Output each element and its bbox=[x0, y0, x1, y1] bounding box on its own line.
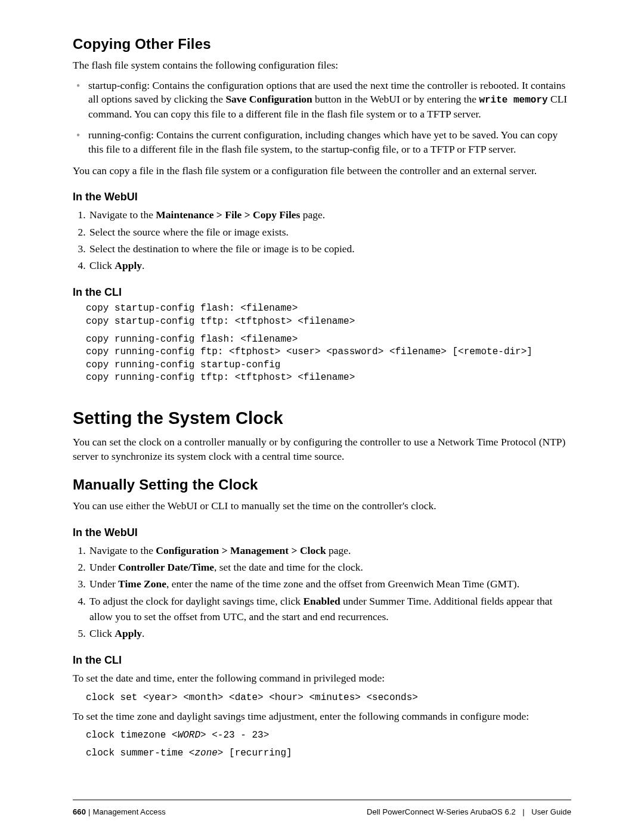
bold-text: Apply bbox=[114, 627, 142, 639]
footer-chapter: Management Access bbox=[92, 807, 165, 816]
paragraph: You can copy a file in the flash file sy… bbox=[73, 164, 571, 178]
heading-in-the-cli: In the CLI bbox=[73, 286, 571, 299]
text: Navigate to the bbox=[89, 209, 156, 221]
code-block: clock set <year> <month> <date> <hour> <… bbox=[86, 692, 571, 705]
code-block: clock summer-time <zone> [recurring] bbox=[86, 747, 571, 760]
text: clock timezone < bbox=[86, 730, 178, 741]
text: Click bbox=[89, 627, 114, 639]
text: page. bbox=[300, 209, 325, 221]
document-page: Copying Other Files The flash file syste… bbox=[0, 0, 644, 833]
list-item: Select the source where the file or imag… bbox=[88, 224, 571, 240]
bold-text: Time Zone bbox=[118, 578, 166, 590]
list-item: Click Apply. bbox=[88, 625, 571, 641]
bullet-list: startup-config: Contains the configurati… bbox=[73, 79, 571, 157]
heading-in-the-cli: In the CLI bbox=[73, 654, 571, 667]
text: clock summer-time < bbox=[86, 748, 194, 758]
text: . bbox=[142, 627, 144, 639]
footer-rule bbox=[73, 800, 571, 800]
text: > [recurring] bbox=[218, 748, 292, 758]
code-block: clock timezone <WORD> <-23 - 23> bbox=[86, 729, 571, 742]
list-item: To adjust the clock for daylight savings… bbox=[88, 593, 571, 625]
text: . bbox=[142, 259, 144, 271]
footer-doc-type: User Guide bbox=[531, 807, 571, 816]
footer-product: Dell PowerConnect W-Series ArubaOS 6.2 bbox=[367, 807, 516, 816]
italic-text: WORD bbox=[178, 730, 200, 741]
footer-right: Dell PowerConnect W-Series ArubaOS 6.2 |… bbox=[367, 807, 571, 816]
text: Click bbox=[89, 259, 114, 271]
list-item: startup-config: Contains the configurati… bbox=[73, 79, 571, 122]
text: page. bbox=[326, 544, 351, 556]
bold-text: Apply bbox=[114, 259, 142, 271]
text: button in the WebUI or by entering the bbox=[312, 93, 479, 105]
paragraph: You can use either the WebUI or CLI to m… bbox=[73, 499, 571, 513]
bold-text: Enabled bbox=[303, 595, 340, 607]
heading-in-the-webui: In the WebUI bbox=[73, 191, 571, 203]
list-item: Select the destination to where the file… bbox=[88, 241, 571, 256]
heading-manually-setting-clock: Manually Setting the Clock bbox=[73, 476, 571, 493]
heading-in-the-webui: In the WebUI bbox=[73, 527, 571, 539]
text: Navigate to the bbox=[89, 544, 156, 556]
paragraph: To set the time zone and daylight saving… bbox=[73, 710, 571, 724]
text: Under bbox=[89, 578, 118, 590]
list-item: Under Controller Date/Time, set the date… bbox=[88, 559, 571, 575]
bold-text: Configuration > Management > Clock bbox=[156, 544, 326, 556]
ordered-list: Navigate to the Configuration > Manageme… bbox=[73, 543, 571, 642]
bold-text: Controller Date/Time bbox=[118, 561, 214, 573]
separator: | bbox=[86, 807, 92, 816]
text: , set the date and time for the clock. bbox=[214, 561, 363, 573]
text: To adjust the clock for daylight savings… bbox=[89, 595, 303, 607]
list-item: Navigate to the Maintenance > File > Cop… bbox=[88, 207, 571, 222]
paragraph: You can set the clock on a controller ma… bbox=[73, 435, 571, 463]
footer-left: 660|Management Access bbox=[73, 807, 166, 816]
text: Under bbox=[89, 561, 118, 573]
list-item: running-config: Contains the current con… bbox=[73, 128, 571, 156]
heading-setting-system-clock: Setting the System Clock bbox=[73, 408, 571, 428]
page-footer: 660|Management Access Dell PowerConnect … bbox=[73, 807, 571, 816]
separator: | bbox=[516, 807, 531, 816]
paragraph: To set the date and time, enter the foll… bbox=[73, 671, 571, 686]
heading-copying-other-files: Copying Other Files bbox=[73, 36, 571, 52]
paragraph: The flash file system contains the follo… bbox=[73, 58, 571, 73]
bold-text: Maintenance > File > Copy Files bbox=[156, 209, 300, 221]
italic-text: zone bbox=[194, 748, 217, 758]
code-text: write memory bbox=[479, 95, 547, 106]
code-block: copy running-config flash: <filename> co… bbox=[86, 333, 571, 385]
ordered-list: Navigate to the Maintenance > File > Cop… bbox=[73, 207, 571, 273]
page-number: 660 bbox=[73, 807, 86, 816]
bold-text: Save Configuration bbox=[225, 93, 312, 105]
list-item: Click Apply. bbox=[88, 258, 571, 273]
list-item: Navigate to the Configuration > Manageme… bbox=[88, 543, 571, 558]
code-block: copy startup-config flash: <filename> co… bbox=[86, 302, 571, 328]
text: , enter the name of the time zone and th… bbox=[166, 578, 519, 590]
text: > <-23 - 23> bbox=[200, 730, 269, 741]
list-item: Under Time Zone, enter the name of the t… bbox=[88, 576, 571, 592]
